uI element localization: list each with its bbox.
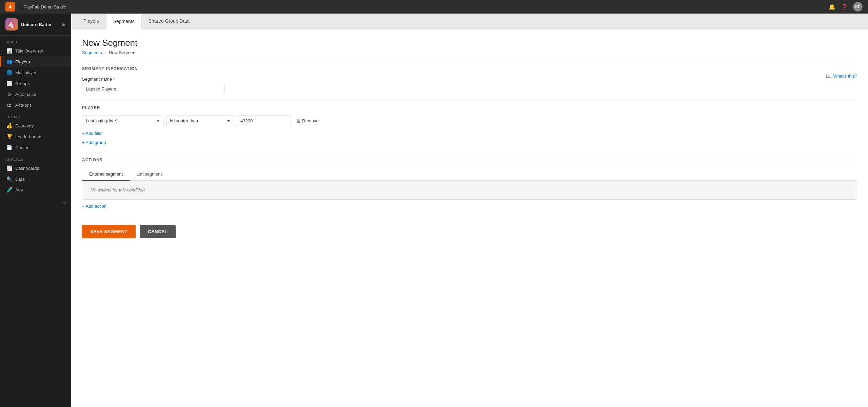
sidebar-item-economy[interactable]: 💰 Economy (0, 120, 71, 131)
top-bar: PlayFab Demo Studio 🔔 ❓ KE (0, 0, 868, 14)
player-section-title: PLAYER (82, 105, 857, 110)
actions-box: Entered segmentLeft segment No actions f… (82, 168, 857, 200)
segment-info-section: SEGMENT INFORMATION Segment name * (82, 66, 857, 94)
filter-operator-select[interactable]: is greater thanis less thanequalsis not … (166, 116, 234, 126)
settings-icon[interactable]: ⚙ (61, 22, 66, 27)
filter-row: Last login (date)Total loginsPlayer leve… (82, 116, 857, 126)
multiplayer-icon: 🌐 (6, 70, 12, 75)
actions-tabs: Entered segmentLeft segment (82, 168, 857, 181)
page-header: New Segment Segments › New Segment (82, 38, 857, 55)
data-icon: 🔍 (6, 176, 12, 182)
segment-name-input[interactable] (82, 84, 224, 94)
sidebar-game-header: 🦄 Unicorn Battle ⚙ (0, 14, 71, 36)
tab-shared-group-data[interactable]: Shared Group Data (142, 14, 196, 29)
sidebar-item-content[interactable]: 📄 Content (0, 142, 71, 153)
trash-icon: 🗑 (296, 118, 301, 123)
sidebar-item-label-groups: Groups (15, 81, 30, 86)
sidebar-item-multiplayer[interactable]: 🌐 Multiplayer (0, 67, 71, 78)
players-icon: 👥 (6, 59, 12, 64)
content-icon: 📄 (6, 145, 12, 150)
ads-icon: 🧪 (6, 187, 12, 192)
leaderboards-icon: 🏆 (6, 134, 12, 139)
action-tab-entered[interactable]: Entered segment (82, 168, 130, 181)
required-indicator: * (113, 77, 115, 82)
breadcrumb-current: New Segment (109, 50, 137, 55)
main-content: PlayersSegmentsShared Group Data New Seg… (71, 14, 868, 407)
filter-field-select[interactable]: Last login (date)Total loginsPlayer leve… (82, 116, 163, 126)
sidebar-item-automation[interactable]: ⚙ Automation (0, 89, 71, 100)
notification-icon[interactable]: 🔔 (829, 4, 835, 10)
automation-icon: ⚙ (6, 91, 12, 97)
help-icon[interactable]: ❓ (841, 4, 848, 10)
add-action-link[interactable]: + Add action (82, 200, 857, 210)
sidebar-section-label-analyze: ANALYZE (0, 153, 71, 163)
sidebar-item-dashboards[interactable]: 📈 Dashboards (0, 163, 71, 174)
add-action-label: + Add action (82, 204, 106, 209)
studio-name: PlayFab Demo Studio (23, 4, 66, 9)
segment-name-label: Segment name * (82, 77, 857, 82)
dashboards-icon: 📈 (6, 165, 12, 171)
segment-name-group: Segment name * (82, 77, 857, 94)
actions-section-title: ACTIONS (82, 158, 857, 162)
svg-marker-0 (8, 5, 12, 9)
sidebar-item-label-economy: Economy (15, 123, 34, 128)
add-filter-label: + Add filter (82, 131, 103, 136)
game-icon: 🦄 (5, 18, 18, 30)
sidebar-item-leaderboards[interactable]: 🏆 Leaderboards (0, 131, 71, 142)
add-ons-icon: 🗂 (6, 102, 12, 108)
book-icon: 📖 (826, 74, 831, 79)
sidebar-item-label-content: Content (15, 145, 31, 150)
sidebar-item-label-dashboards: Dashboards (15, 166, 39, 171)
add-group-label: + Add group (82, 140, 106, 145)
breadcrumb: Segments › New Segment (82, 50, 857, 55)
remove-filter-button[interactable]: 🗑 Remove (294, 117, 321, 125)
tab-segments[interactable]: Segments (106, 14, 142, 29)
sidebar-item-label-title-overview: Title Overview (15, 48, 43, 54)
player-section: PLAYER Last login (date)Total loginsPlay… (82, 105, 857, 146)
add-group-link[interactable]: + Add group (82, 139, 857, 146)
sidebar-item-groups[interactable]: ⬜ Groups (0, 78, 71, 89)
action-tab-left[interactable]: Left segment (130, 168, 169, 181)
sidebar-section-label-build: BUILD (0, 36, 71, 45)
whats-this-label: What's this? (833, 74, 857, 79)
tabs-bar: PlayersSegmentsShared Group Data (71, 14, 868, 29)
save-segment-button[interactable]: SAVE SEGMENT (82, 225, 136, 238)
whats-this-link[interactable]: 📖 What's this? (826, 74, 857, 79)
sidebar-item-label-leaderboards: Leaderboards (15, 134, 42, 139)
sidebar-item-label-add-ons: Add-ons (15, 103, 32, 108)
sidebar-item-ads[interactable]: 🧪 Ads (0, 184, 71, 195)
page-title: New Segment (82, 38, 857, 48)
sidebar-item-label-automation: Automation (15, 92, 38, 97)
section-divider-2 (82, 100, 857, 100)
actions-section: ACTIONS Entered segmentLeft segment No a… (82, 158, 857, 210)
tab-players[interactable]: Players (77, 14, 106, 29)
sidebar-item-label-multiplayer: Multiplayer (15, 70, 37, 75)
add-filter-link[interactable]: + Add filter (82, 129, 857, 137)
remove-label: Remove (302, 118, 318, 123)
content-area: New Segment Segments › New Segment 📖 Wha… (71, 29, 868, 407)
section-divider (82, 61, 857, 61)
no-actions-message: No actions for this condition (82, 181, 857, 199)
game-name: Unicorn Battle (21, 22, 51, 27)
top-bar-divider (19, 3, 19, 10)
playfab-logo (5, 2, 15, 12)
segment-info-title: SEGMENT INFORMATION (82, 66, 857, 71)
sidebar-item-label-players: Players (15, 59, 30, 64)
sidebar-item-label-ads: Ads (15, 187, 23, 192)
sidebar: 🦄 Unicorn Battle ⚙ BUILD 📊 Title Overvie… (0, 14, 71, 407)
groups-icon: ⬜ (6, 81, 12, 86)
sidebar-item-title-overview[interactable]: 📊 Title Overview (0, 45, 71, 56)
user-avatar[interactable]: KE (853, 2, 863, 12)
filter-value-input[interactable] (237, 116, 291, 126)
breadcrumb-separator: › (105, 50, 106, 55)
cancel-button[interactable]: CANCEL (140, 225, 176, 238)
sidebar-item-add-ons[interactable]: 🗂 Add-ons (0, 100, 71, 110)
economy-icon: 💰 (6, 123, 12, 128)
section-divider-3 (82, 152, 857, 152)
sidebar-item-label-data: Data (15, 177, 24, 182)
form-buttons: SAVE SEGMENT CANCEL (82, 220, 857, 238)
sidebar-item-data[interactable]: 🔍 Data (0, 174, 71, 184)
sidebar-collapse-button[interactable]: « (0, 195, 71, 209)
sidebar-item-players[interactable]: 👥 Players (0, 56, 71, 67)
breadcrumb-link[interactable]: Segments (82, 50, 102, 55)
